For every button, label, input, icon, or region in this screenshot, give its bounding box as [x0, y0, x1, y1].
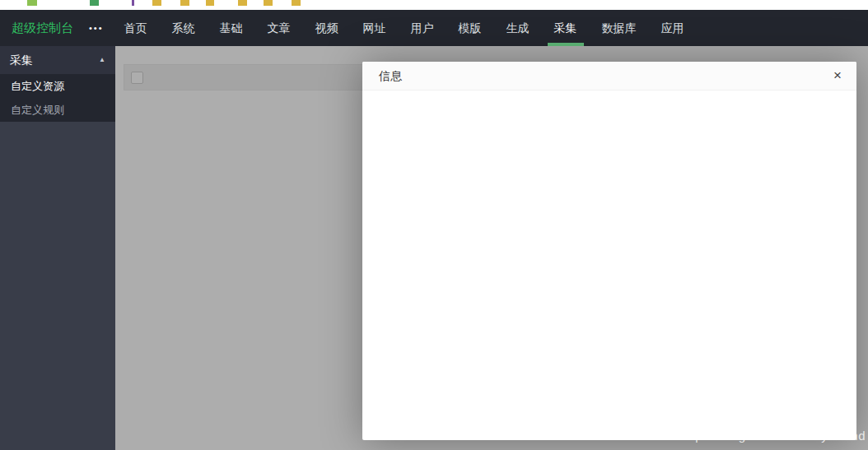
edit-resource-modal: 信息 ×	[362, 62, 856, 440]
top-navbar: 超级控制台 ••• 首页系统基础文章视频网址用户模版生成采集数据库应用	[0, 10, 868, 46]
favicon-fragment	[90, 0, 99, 6]
bookmark-strip	[0, 0, 868, 10]
nav-item-基础[interactable]: 基础	[208, 10, 255, 46]
favicon-fragment	[27, 0, 37, 6]
sidebar: 采集 ▲ 自定义资源自定义规则	[0, 46, 115, 450]
nav-menu: 首页系统基础文章视频网址用户模版生成采集数据库应用	[112, 10, 697, 46]
nav-item-模版[interactable]: 模版	[446, 10, 494, 46]
sidebar-item-自定义规则[interactable]: 自定义规则	[0, 98, 115, 122]
close-icon[interactable]: ×	[829, 67, 846, 84]
nav-item-生成[interactable]: 生成	[494, 10, 542, 46]
csdn-watermark: https://blog.csdn.net/onlySound	[680, 429, 866, 443]
modal-form	[362, 90, 856, 97]
nav-item-系统[interactable]: 系统	[160, 10, 208, 46]
collapse-arrow-icon: ▲	[99, 46, 105, 74]
nav-item-首页[interactable]: 首页	[112, 10, 160, 46]
sidebar-group-caiji[interactable]: 采集 ▲	[0, 46, 115, 74]
favicon-fragment	[206, 0, 214, 6]
favicon-fragment	[180, 0, 189, 6]
favicon-fragment	[292, 0, 301, 6]
nav-item-采集[interactable]: 采集	[542, 10, 590, 46]
nav-item-视频[interactable]: 视频	[303, 10, 351, 46]
sidebar-group-label: 采集	[10, 46, 33, 74]
nav-item-用户[interactable]: 用户	[399, 10, 446, 46]
nav-item-应用[interactable]: 应用	[649, 10, 697, 46]
favicon-fragment	[264, 0, 273, 6]
nav-item-网址[interactable]: 网址	[351, 10, 399, 46]
modal-title: 信息	[362, 62, 856, 90]
menu-dots-icon[interactable]: •••	[89, 10, 104, 46]
sidebar-item-自定义资源[interactable]: 自定义资源	[0, 74, 115, 98]
app-logo: 超级控制台	[0, 10, 89, 46]
favicon-fragment	[152, 0, 161, 6]
favicon-fragment	[238, 0, 247, 6]
nav-item-数据库[interactable]: 数据库	[590, 10, 649, 46]
nav-item-文章[interactable]: 文章	[255, 10, 303, 46]
sidebar-items: 自定义资源自定义规则	[0, 74, 115, 122]
favicon-fragment	[132, 0, 134, 6]
